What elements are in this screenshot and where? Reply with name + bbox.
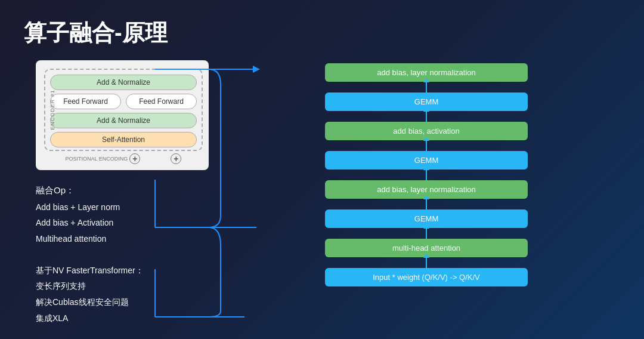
info-line2: Add bias + Activation: [36, 215, 221, 231]
right-panel: add bias, layer normalizationGEMMadd bia…: [233, 60, 620, 286]
positional-encoding-label: POSITIONAL ENCODING: [66, 156, 128, 162]
page-container: 算子融合-原理 ENCODER #1 Add & Normalize Feed …: [0, 0, 644, 339]
feed-forward-row: Feed Forward Feed Forward: [50, 94, 197, 109]
arrow-1: [426, 82, 427, 93]
op-block-7: Input * weight (Q/K/V) -> Q/K/V: [325, 268, 528, 286]
add-normalize-2: Add & Normalize: [50, 113, 197, 128]
feed-forward-2: Feed Forward: [126, 94, 197, 109]
info-line3: Multihead attention: [36, 231, 221, 247]
arrow-5: [426, 199, 427, 209]
left-panel: ENCODER #1 Add & Normalize Feed Forward …: [24, 60, 221, 326]
add-normalize-1: Add & Normalize: [50, 75, 197, 90]
feat3: 集成XLA: [36, 310, 221, 326]
arrow-6: [426, 228, 427, 239]
feed-forward-1: Feed Forward: [50, 94, 121, 109]
feat2: 解决Cublas线程安全问题: [36, 294, 221, 310]
page-title: 算子融合-原理: [24, 18, 620, 48]
arrow-4: [426, 170, 427, 180]
faster-transformer-title: 基于NV FasterTransformer：: [36, 263, 221, 279]
encoder-inner: Add & Normalize Feed Forward Feed Forwar…: [50, 75, 197, 147]
arrow-7: [426, 257, 427, 268]
dashed-border: ENCODER #1 Add & Normalize Feed Forward …: [44, 69, 203, 151]
circle-plus-2: +: [171, 153, 181, 164]
encoder-label: ENCODER #1: [49, 90, 55, 130]
arrow-2: [426, 111, 427, 122]
positional-encoding-row: POSITIONAL ENCODING + +: [44, 151, 203, 164]
feat1: 变长序列支持: [36, 278, 221, 294]
info-line1: Add bias + Layer norm: [36, 199, 221, 215]
circle-plus-1: +: [129, 153, 140, 164]
blocks-column: add bias, layer normalizationGEMMadd bia…: [325, 63, 528, 286]
info-text: 融合Op： Add bias + Layer norm Add bias + A…: [36, 182, 221, 326]
arrow-3: [426, 140, 427, 151]
self-attention: Self-Attention: [50, 132, 197, 147]
encoder-diagram: ENCODER #1 Add & Normalize Feed Forward …: [36, 60, 209, 170]
content-area: ENCODER #1 Add & Normalize Feed Forward …: [24, 60, 620, 326]
fusion-title: 融合Op：: [36, 182, 221, 199]
